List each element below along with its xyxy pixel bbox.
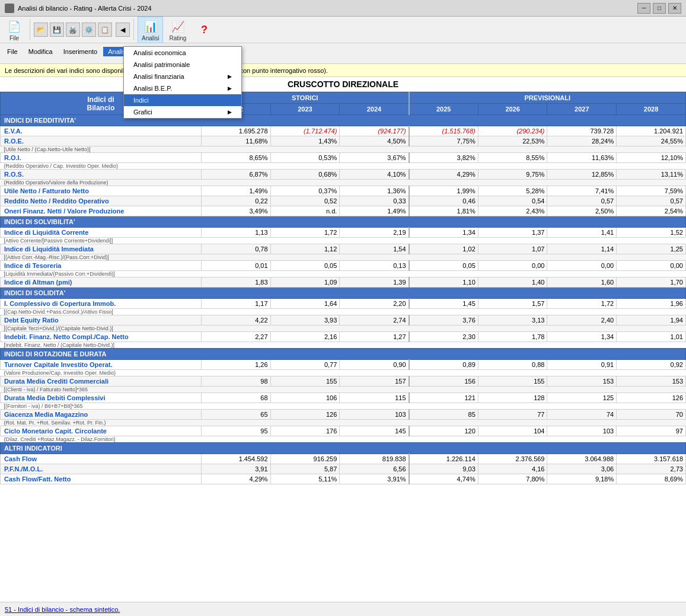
dropdown-grafici[interactable]: Grafici ▶ bbox=[124, 106, 241, 118]
dropdown-analisi-bep[interactable]: Analisi B.E.P. ▶ bbox=[124, 82, 241, 94]
year-2027: 2027 bbox=[547, 104, 617, 115]
cell-value: 153 bbox=[617, 376, 686, 387]
cell-value: 1,96 bbox=[617, 299, 686, 309]
cell-value: 2,50% bbox=[547, 206, 617, 216]
dropdown-indici[interactable]: Indici bbox=[124, 94, 241, 106]
toolbar-btn3[interactable]: 🖨️ bbox=[66, 23, 80, 37]
row-label[interactable]: I. Complessivo di Copertura Immob. bbox=[1, 299, 202, 309]
minimize-button[interactable]: ─ bbox=[637, 3, 650, 14]
status-bar[interactable]: 51 - Indici di bilancio - schema sinteti… bbox=[0, 602, 686, 616]
cell-value: 1,37 bbox=[478, 228, 547, 238]
table-row: Cash Flow1.454.592916.259819.8381.226.11… bbox=[1, 454, 686, 464]
dropdown-analisi-finanziaria[interactable]: Analisi finanziaria ▶ bbox=[124, 71, 241, 82]
row-label[interactable]: Indice di Altman (pmi) bbox=[1, 277, 202, 288]
cell-value: 0,05 bbox=[270, 261, 340, 271]
cell-value: 4,29% bbox=[201, 474, 270, 484]
toolbar-btn5[interactable]: 📋 bbox=[98, 23, 112, 37]
toolbar-btn2[interactable]: 💾 bbox=[50, 23, 64, 37]
year-2024: 2024 bbox=[340, 104, 409, 115]
cell-value: 3,76 bbox=[409, 315, 478, 325]
row-sublabel: [(Fornitori - iva) / B6+B7+B8]*365 bbox=[1, 403, 686, 410]
row-label[interactable]: Oneri Finanz. Netti / Valore Produzione bbox=[1, 206, 202, 216]
nav-back-button[interactable]: ◀ bbox=[116, 23, 130, 37]
table-row: I. Complessivo di Copertura Immob.1,171,… bbox=[1, 299, 686, 309]
row-label[interactable]: Giacenza Media Magazzino bbox=[1, 410, 202, 420]
rating-icon: 📈 bbox=[170, 18, 186, 35]
cell-value: 155 bbox=[270, 376, 340, 387]
row-label[interactable]: Cash Flow/Fatt. Netto bbox=[1, 474, 202, 484]
cell-value: 4,74% bbox=[409, 474, 478, 484]
cell-value: 0,00 bbox=[547, 261, 617, 271]
row-label[interactable]: Indice di Tesoreria bbox=[1, 261, 202, 271]
table-row: Giacenza Media Magazzino6512610385777470 bbox=[1, 410, 686, 420]
row-label[interactable]: P.F.N./M.O.L. bbox=[1, 464, 202, 474]
row-label[interactable]: Indice di Liquidità Immediata bbox=[1, 244, 202, 254]
close-button[interactable]: ✕ bbox=[668, 3, 681, 14]
row-label[interactable]: Cash Flow bbox=[1, 454, 202, 464]
table-row: R.O.S.6,87%0,68%4,10%4,29%9,75%12,85%13,… bbox=[1, 170, 686, 180]
row-label[interactable]: Reddito Netto / Reddito Operativo bbox=[1, 196, 202, 206]
row-label[interactable]: Indice di Liquidità Corrente bbox=[1, 228, 202, 238]
cell-value: 0,90 bbox=[340, 360, 409, 370]
row-label[interactable]: Debt Equity Ratio bbox=[1, 315, 202, 325]
toolbar-rating[interactable]: 📈 Rating bbox=[165, 17, 190, 43]
cell-value: 3,82% bbox=[409, 153, 478, 163]
table-row: Turnover Capitale Investito Operat.1,260… bbox=[1, 360, 686, 370]
dropdown-overlay: Analisi economica Analisi patrimoniale A… bbox=[123, 46, 242, 119]
row-label[interactable]: E.V.A. bbox=[1, 126, 202, 136]
table-row: Durata Media Crediti Commerciali98155157… bbox=[1, 376, 686, 387]
cell-value: 0,92 bbox=[617, 360, 686, 370]
row-label[interactable]: R.O.I. bbox=[1, 153, 202, 163]
cell-value: 2,27 bbox=[201, 332, 270, 342]
cell-value: 1,25 bbox=[617, 244, 686, 254]
cell-value: 4,10% bbox=[340, 170, 409, 180]
cell-value: 1,34 bbox=[409, 228, 478, 238]
menu-file[interactable]: File bbox=[2, 47, 23, 56]
toolbar-help[interactable]: ? bbox=[192, 20, 216, 39]
row-label[interactable]: Utile Netto / Fatturato Netto bbox=[1, 186, 202, 196]
row-label[interactable]: Indebit. Finanz. Netto Compl./Cap. Netto bbox=[1, 332, 202, 342]
dropdown-analisi-patrimoniale[interactable]: Analisi patrimoniale bbox=[124, 59, 241, 71]
maximize-button[interactable]: □ bbox=[653, 3, 666, 14]
toolbar-btn1[interactable]: 📂 bbox=[34, 23, 48, 37]
row-label[interactable]: Durata Media Debiti Complessivi bbox=[1, 393, 202, 403]
row-label[interactable]: Turnover Capitale Investito Operat. bbox=[1, 360, 202, 370]
dropdown-analisi-economica[interactable]: Analisi economica bbox=[124, 47, 241, 59]
row-label[interactable]: R.O.E. bbox=[1, 136, 202, 146]
cell-value: 1,94 bbox=[617, 315, 686, 325]
table-row: Debt Equity Ratio4,223,932,743,763,132,4… bbox=[1, 315, 686, 325]
cell-value: 0,57 bbox=[617, 196, 686, 206]
cell-value: 2,16 bbox=[270, 332, 340, 342]
cell-value: 3,06 bbox=[547, 464, 617, 474]
toolbar-analisi[interactable]: 📊 Analisi bbox=[138, 17, 163, 43]
menu-inserimento[interactable]: Inserimento bbox=[59, 47, 102, 56]
row-sublabel: [(Clienti - iva) / Fatturato Netto]*365 bbox=[1, 387, 686, 393]
cell-value: 1.226.114 bbox=[409, 454, 478, 464]
file-label: File bbox=[9, 35, 19, 42]
row-label[interactable]: Ciclo Monetario Capit. Circolante bbox=[1, 426, 202, 436]
menu-modifica[interactable]: Modifica bbox=[24, 47, 58, 56]
cell-value: 7,80% bbox=[478, 474, 547, 484]
toolbar-btn4[interactable]: ⚙️ bbox=[82, 23, 96, 37]
row-sublabel: [(Cap.Netto-Divid.+Pass.Consol.)/Attivo … bbox=[1, 309, 686, 315]
toolbar-file[interactable]: 📄 File bbox=[2, 17, 26, 43]
cell-value: 121 bbox=[409, 393, 478, 403]
row-label[interactable]: R.O.S. bbox=[1, 170, 202, 180]
cell-value: 7,59% bbox=[617, 186, 686, 196]
cell-value: 104 bbox=[478, 426, 547, 436]
cell-value: 176 bbox=[270, 426, 340, 436]
dropdown-label-patrimoniale: Analisi patrimoniale bbox=[133, 61, 190, 68]
row-sublabel: [Indebit. Finanz. Netto / (Capitale Nett… bbox=[1, 342, 686, 349]
cell-value: 1,17 bbox=[201, 299, 270, 309]
table-row: Indice di Altman (pmi)1,831,091,391,101,… bbox=[1, 277, 686, 288]
cell-value: 3.157.618 bbox=[617, 454, 686, 464]
table-row: Indice di Liquidità Corrente1,131,722,19… bbox=[1, 228, 686, 238]
cell-value: 1,72 bbox=[270, 228, 340, 238]
row-label[interactable]: Durata Media Crediti Commerciali bbox=[1, 376, 202, 387]
cell-value: 1,39 bbox=[340, 277, 409, 288]
main-content: CRUSCOTTO DIREZIONALE Indici diBilancio … bbox=[0, 77, 686, 602]
cell-value: 1,99% bbox=[409, 186, 478, 196]
cell-value: 0,68% bbox=[270, 170, 340, 180]
cell-value: 1,01 bbox=[617, 332, 686, 342]
cell-value: 2,19 bbox=[340, 228, 409, 238]
